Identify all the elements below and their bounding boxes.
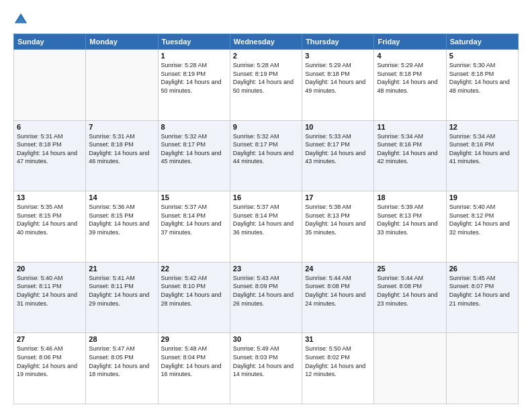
day-info: Sunrise: 5:46 AMSunset: 8:06 PMDaylight:… [17,345,83,378]
calendar-cell: 28Sunrise: 5:47 AMSunset: 8:05 PMDayligh… [86,333,158,404]
calendar-cell [446,333,518,404]
day-number: 12 [449,123,515,131]
calendar-cell: 22Sunrise: 5:42 AMSunset: 8:10 PMDayligh… [158,262,230,333]
calendar-cell: 8Sunrise: 5:32 AMSunset: 8:17 PMDaylight… [158,120,230,191]
calendar-cell: 6Sunrise: 5:31 AMSunset: 8:18 PMDaylight… [14,120,86,191]
day-info: Sunrise: 5:49 AMSunset: 8:03 PMDaylight:… [233,345,299,378]
day-number: 19 [449,193,515,201]
calendar-cell: 14Sunrise: 5:36 AMSunset: 8:15 PMDayligh… [86,191,158,263]
day-number: 5 [449,52,515,60]
calendar-cell: 1Sunrise: 5:28 AMSunset: 8:19 PMDaylight… [158,50,230,121]
header [13,12,519,27]
weekday-header: Sunday [14,34,86,50]
calendar-cell: 9Sunrise: 5:32 AMSunset: 8:17 PMDaylight… [230,120,302,191]
calendar-cell: 7Sunrise: 5:31 AMSunset: 8:18 PMDaylight… [86,120,158,191]
day-number: 13 [17,193,83,201]
day-number: 20 [17,265,83,273]
calendar-cell: 12Sunrise: 5:34 AMSunset: 8:16 PMDayligh… [446,120,518,191]
day-number: 8 [161,123,227,131]
day-number: 30 [233,335,299,343]
calendar-table: SundayMondayTuesdayWednesdayThursdayFrid… [13,34,519,404]
day-info: Sunrise: 5:37 AMSunset: 8:14 PMDaylight:… [161,203,227,236]
day-info: Sunrise: 5:43 AMSunset: 8:09 PMDaylight:… [233,274,299,308]
day-info: Sunrise: 5:38 AMSunset: 8:13 PMDaylight:… [305,203,371,236]
day-number: 18 [377,193,443,201]
calendar-cell: 2Sunrise: 5:28 AMSunset: 8:19 PMDaylight… [230,50,302,121]
calendar-cell: 24Sunrise: 5:44 AMSunset: 8:08 PMDayligh… [302,262,374,333]
calendar-cell [14,50,86,121]
day-number: 26 [449,265,515,273]
day-info: Sunrise: 5:29 AMSunset: 8:18 PMDaylight:… [305,61,371,95]
day-info: Sunrise: 5:31 AMSunset: 8:18 PMDaylight:… [17,132,83,166]
day-number: 23 [233,265,299,273]
calendar-cell: 19Sunrise: 5:40 AMSunset: 8:12 PMDayligh… [446,191,518,263]
calendar-cell: 31Sunrise: 5:50 AMSunset: 8:02 PMDayligh… [302,333,374,404]
day-info: Sunrise: 5:37 AMSunset: 8:14 PMDaylight:… [233,203,299,236]
day-info: Sunrise: 5:30 AMSunset: 8:18 PMDaylight:… [449,61,515,95]
day-info: Sunrise: 5:48 AMSunset: 8:04 PMDaylight:… [161,345,227,378]
day-number: 15 [161,193,227,201]
day-info: Sunrise: 5:35 AMSunset: 8:15 PMDaylight:… [17,203,83,236]
calendar-cell [374,333,446,404]
weekday-header: Tuesday [158,34,230,50]
calendar-cell: 17Sunrise: 5:38 AMSunset: 8:13 PMDayligh… [302,191,374,263]
day-info: Sunrise: 5:28 AMSunset: 8:19 PMDaylight:… [233,61,299,95]
calendar-cell: 3Sunrise: 5:29 AMSunset: 8:18 PMDaylight… [302,50,374,121]
day-info: Sunrise: 5:32 AMSunset: 8:17 PMDaylight:… [161,132,227,166]
day-info: Sunrise: 5:40 AMSunset: 8:12 PMDaylight:… [449,203,515,236]
day-info: Sunrise: 5:41 AMSunset: 8:11 PMDaylight:… [89,274,154,308]
day-info: Sunrise: 5:40 AMSunset: 8:11 PMDaylight:… [17,274,83,308]
calendar-cell: 11Sunrise: 5:34 AMSunset: 8:16 PMDayligh… [374,120,446,191]
day-info: Sunrise: 5:44 AMSunset: 8:08 PMDaylight:… [305,274,371,308]
day-info: Sunrise: 5:50 AMSunset: 8:02 PMDaylight:… [305,345,371,378]
day-number: 17 [305,193,371,201]
calendar-cell: 25Sunrise: 5:44 AMSunset: 8:08 PMDayligh… [374,262,446,333]
weekday-header: Thursday [302,34,374,50]
calendar-cell: 29Sunrise: 5:48 AMSunset: 8:04 PMDayligh… [158,333,230,404]
calendar-week-row: 20Sunrise: 5:40 AMSunset: 8:11 PMDayligh… [14,262,519,333]
day-number: 3 [305,52,371,60]
day-number: 21 [89,265,154,273]
day-number: 16 [233,193,299,201]
day-info: Sunrise: 5:44 AMSunset: 8:08 PMDaylight:… [377,274,443,308]
calendar-cell: 13Sunrise: 5:35 AMSunset: 8:15 PMDayligh… [14,191,86,263]
day-info: Sunrise: 5:34 AMSunset: 8:16 PMDaylight:… [449,132,515,166]
day-info: Sunrise: 5:33 AMSunset: 8:17 PMDaylight:… [305,132,371,166]
calendar-cell: 5Sunrise: 5:30 AMSunset: 8:18 PMDaylight… [446,50,518,121]
day-number: 7 [89,123,154,131]
day-number: 6 [17,123,83,131]
weekday-header: Saturday [446,34,518,50]
weekday-header: Wednesday [230,34,302,50]
day-number: 2 [233,52,299,60]
day-number: 11 [377,123,443,131]
day-info: Sunrise: 5:31 AMSunset: 8:18 PMDaylight:… [89,132,154,166]
calendar-cell: 26Sunrise: 5:45 AMSunset: 8:07 PMDayligh… [446,262,518,333]
calendar-week-row: 1Sunrise: 5:28 AMSunset: 8:19 PMDaylight… [14,50,519,121]
weekday-header: Monday [86,34,158,50]
day-number: 27 [17,335,83,343]
day-info: Sunrise: 5:29 AMSunset: 8:18 PMDaylight:… [377,61,443,95]
day-number: 10 [305,123,371,131]
logo [13,12,31,27]
day-number: 31 [305,335,371,343]
day-info: Sunrise: 5:45 AMSunset: 8:07 PMDaylight:… [449,274,515,308]
day-number: 28 [89,335,154,343]
day-info: Sunrise: 5:28 AMSunset: 8:19 PMDaylight:… [161,61,227,95]
day-info: Sunrise: 5:36 AMSunset: 8:15 PMDaylight:… [89,203,154,236]
day-info: Sunrise: 5:42 AMSunset: 8:10 PMDaylight:… [161,274,227,308]
calendar-week-row: 13Sunrise: 5:35 AMSunset: 8:15 PMDayligh… [14,191,519,263]
calendar-week-row: 27Sunrise: 5:46 AMSunset: 8:06 PMDayligh… [14,333,519,404]
calendar-cell: 4Sunrise: 5:29 AMSunset: 8:18 PMDaylight… [374,50,446,121]
day-number: 25 [377,265,443,273]
calendar-cell [86,50,158,121]
calendar-cell: 27Sunrise: 5:46 AMSunset: 8:06 PMDayligh… [14,333,86,404]
day-number: 1 [161,52,227,60]
calendar-cell: 21Sunrise: 5:41 AMSunset: 8:11 PMDayligh… [86,262,158,333]
day-number: 4 [377,52,443,60]
weekday-header: Friday [374,34,446,50]
logo-icon [13,12,28,27]
day-info: Sunrise: 5:34 AMSunset: 8:16 PMDaylight:… [377,132,443,166]
day-number: 22 [161,265,227,273]
calendar-cell: 15Sunrise: 5:37 AMSunset: 8:14 PMDayligh… [158,191,230,263]
day-number: 29 [161,335,227,343]
